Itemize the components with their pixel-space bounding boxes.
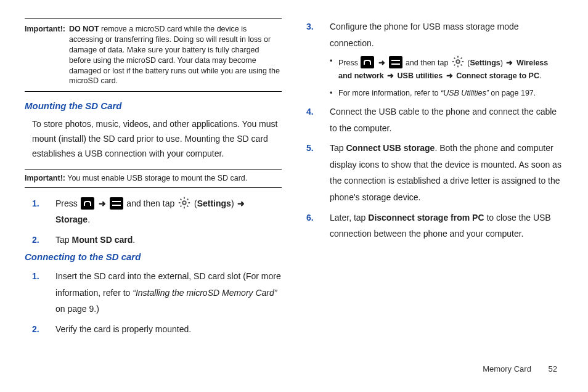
step-2: 2. Tap Mount SD card.: [32, 232, 282, 248]
menu-icon: [389, 56, 402, 68]
gear-icon: [178, 196, 191, 208]
right-steps: 3. Configure the phone for USB mass stor…: [306, 18, 563, 242]
page-content: Important!: DO NOT remove a microSD card…: [0, 0, 588, 341]
page-number: 52: [549, 364, 557, 374]
substeps: Press ➜ and then tap (Settings) ➜ Wirele…: [330, 55, 563, 100]
important-body: DO NOT remove a microSD card while the d…: [69, 24, 282, 86]
sub-a: Press ➜ and then tap (Settings) ➜ Wirele…: [330, 55, 563, 83]
sub-b: For more information, refer to “USB Util…: [330, 87, 563, 100]
rstep-3: 3. Configure the phone for USB mass stor…: [306, 18, 563, 100]
home-icon: [361, 56, 374, 68]
connecting-title: Connecting to the SD card: [25, 251, 282, 262]
connect-steps: 1. Insert the SD card into the external,…: [32, 268, 282, 337]
step-1: 1. Press ➜ and then tap (Settings) ➜ Sto…: [32, 195, 282, 228]
mounting-para: To store photos, music, videos, and othe…: [32, 117, 282, 161]
rstep-4: 4. Connect the USB cable to the phone an…: [306, 104, 563, 136]
mounting-title: Mounting the SD Card: [25, 100, 282, 111]
page-footer: Memory Card 52: [483, 364, 557, 374]
home-icon: [81, 197, 94, 210]
rstep-5: 5. Tap Connect USB storage. Both the pho…: [306, 140, 563, 205]
left-column: Important!: DO NOT remove a microSD card…: [25, 18, 282, 341]
cstep-2: 2. Verify the card is properly mounted.: [32, 321, 282, 338]
important-label: Important!:: [25, 24, 65, 35]
important-box-2: Important!: You must enable USB storage …: [25, 169, 282, 188]
arrow-icon: ➜: [99, 198, 106, 208]
svg-point-1: [456, 60, 460, 63]
important-box-1: Important!: DO NOT remove a microSD card…: [25, 18, 282, 92]
footer-section: Memory Card: [483, 364, 531, 374]
cstep-1: 1. Insert the SD card into the external,…: [32, 268, 282, 317]
mount-steps: 1. Press ➜ and then tap (Settings) ➜ Sto…: [32, 195, 282, 248]
right-column: 3. Configure the phone for USB mass stor…: [306, 18, 563, 341]
menu-icon: [110, 197, 123, 210]
rstep-6: 6. Later, tap Disconnect storage from PC…: [306, 210, 563, 242]
svg-point-0: [182, 201, 186, 205]
gear-icon: [451, 55, 465, 67]
